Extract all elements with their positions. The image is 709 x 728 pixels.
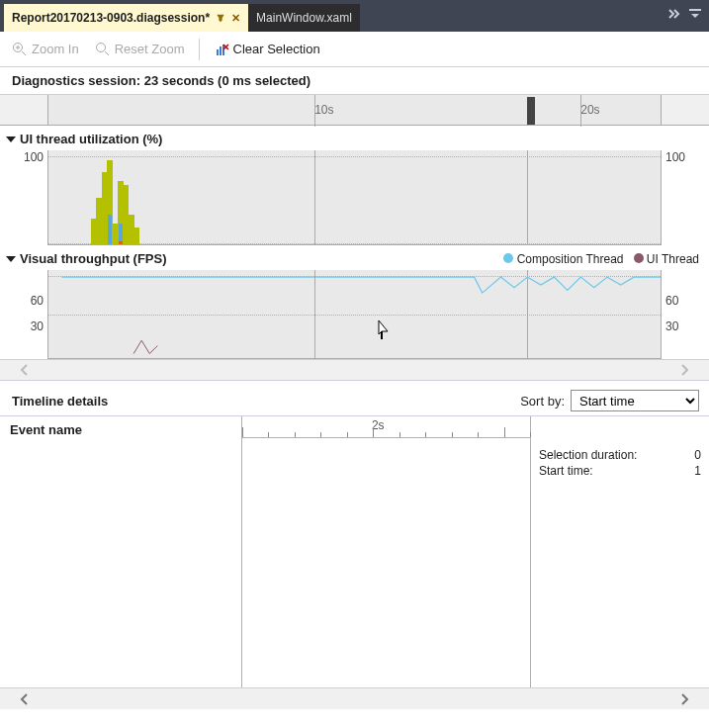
axis-left-30: 30 <box>4 319 44 333</box>
event-name-header: Event name <box>0 416 241 443</box>
axis-left-60: 60 <box>4 294 44 308</box>
start-time-label: Start time: <box>539 464 593 478</box>
gridline <box>314 270 315 358</box>
scroll-left-icon[interactable] <box>18 692 32 706</box>
selection-info-panel: Selection duration:0 Start time:1 <box>531 416 709 687</box>
gridline <box>527 150 528 244</box>
scroll-right-icon[interactable] <box>677 692 691 706</box>
svg-rect-7 <box>217 49 219 55</box>
bar <box>133 228 139 244</box>
svg-line-2 <box>22 51 26 55</box>
time-marker[interactable] <box>527 97 535 125</box>
svg-rect-8 <box>220 46 222 55</box>
svg-rect-0 <box>689 9 701 11</box>
fps-legend: Composition Thread UI Thread <box>503 252 699 266</box>
document-tabstrip: Report20170213-0903.diagsession* ✕ MainW… <box>0 0 709 32</box>
collapse-icon[interactable] <box>6 256 16 262</box>
fps-title: Visual throughput (FPS) <box>20 251 167 266</box>
scroll-right-icon[interactable] <box>677 363 691 377</box>
timeline-ruler[interactable]: 10s20s <box>0 94 709 126</box>
tab-label: MainWindow.xaml <box>256 11 352 25</box>
sort-dropdown[interactable]: Start time <box>571 390 699 411</box>
ui-util-title: UI thread utilization (%) <box>20 132 162 146</box>
scroll-left-icon[interactable] <box>18 363 32 377</box>
clear-selection-label: Clear Selection <box>233 42 320 56</box>
tab-label: Report20170213-0903.diagsession* <box>12 11 210 25</box>
gridline <box>527 270 528 358</box>
close-icon[interactable]: ✕ <box>231 12 240 25</box>
timeline-details-panel: Timeline details Sort by: Start time Eve… <box>0 381 709 687</box>
pin-icon[interactable] <box>216 13 225 23</box>
diagnostics-summary: Diagnostics session: 23 seconds (0 ms se… <box>0 67 709 94</box>
sel-dur-value: 0 <box>694 448 701 462</box>
axis-left-label: 100 <box>4 150 44 164</box>
legend-ui: UI Thread <box>647 252 699 266</box>
reset-zoom-label: Reset Zoom <box>115 42 185 56</box>
axis-right-60: 60 <box>665 294 705 308</box>
start-time-value: 1 <box>694 464 701 478</box>
dropdown-icon[interactable] <box>687 6 703 22</box>
sel-dur-label: Selection duration: <box>539 448 637 462</box>
event-name-column: Event name <box>0 416 242 687</box>
chart-nav-row <box>0 359 709 381</box>
sort-control: Sort by: Start time <box>520 390 699 411</box>
axis-right-30: 30 <box>665 319 705 333</box>
collapse-icon[interactable] <box>6 136 16 142</box>
zoom-in-button[interactable]: Zoom In <box>8 39 83 60</box>
clear-selection-button[interactable]: Clear Selection <box>210 39 324 60</box>
svg-line-6 <box>105 51 109 55</box>
horizontal-scrollbar[interactable] <box>0 687 709 709</box>
ui-util-section-header[interactable]: UI thread utilization (%) <box>0 126 709 150</box>
tab-overflow-controls <box>665 6 703 22</box>
fps-chart[interactable]: 60 30 60 30 <box>0 270 709 359</box>
tab-mainwindow[interactable]: MainWindow.xaml <box>248 4 361 32</box>
sort-label: Sort by: <box>520 394 565 409</box>
overflow-chevrons-icon[interactable] <box>665 6 681 22</box>
toolbar-separator <box>199 39 200 60</box>
tab-diagsession[interactable]: Report20170213-0903.diagsession* ✕ <box>4 4 248 32</box>
gridline <box>314 150 315 244</box>
ui-util-chart[interactable]: 100 100 <box>0 150 709 245</box>
event-timeline-column[interactable]: 2s <box>242 416 531 687</box>
zoom-in-label: Zoom In <box>32 42 79 56</box>
axis-right-label: 100 <box>665 150 705 164</box>
legend-comp: Composition Thread <box>517 252 624 266</box>
timeline-details-title: Timeline details <box>12 394 108 409</box>
reset-zoom-button[interactable]: Reset Zoom <box>91 39 189 60</box>
fps-section-header[interactable]: Visual throughput (FPS) Composition Thre… <box>0 245 709 270</box>
svg-point-5 <box>96 43 105 51</box>
diagnostics-toolbar: Zoom In Reset Zoom Clear Selection <box>0 32 709 67</box>
